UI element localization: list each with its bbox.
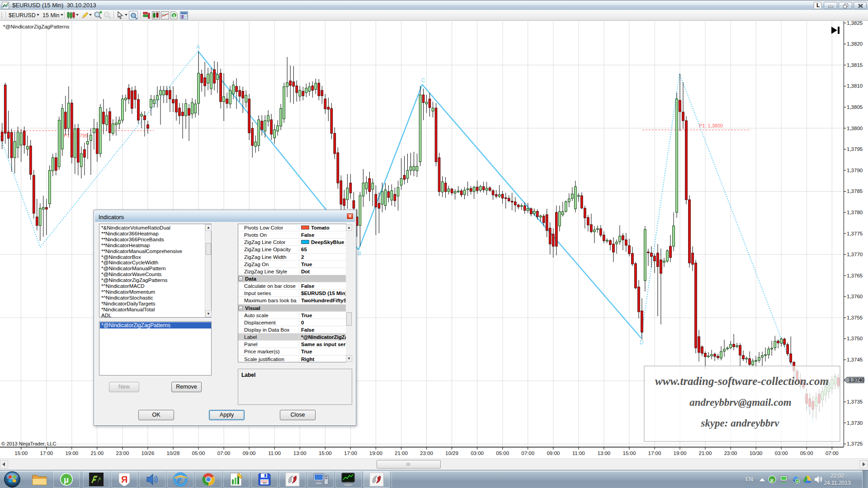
- svg-text:09:00: 09:00: [547, 450, 560, 456]
- svg-text:μ: μ: [64, 475, 69, 484]
- svg-text:1,3785: 1,3785: [847, 188, 863, 194]
- svg-text:skype: andreybbrv: skype: andreybbrv: [700, 418, 779, 429]
- svg-text:1,3810: 1,3810: [847, 83, 863, 89]
- svg-text:C: C: [421, 77, 425, 84]
- svg-text:www.trading-software-collectio: www.trading-software-collection.com: [655, 375, 829, 387]
- svg-text:B: B: [358, 250, 361, 257]
- svg-text:15:00: 15:00: [319, 450, 332, 456]
- svg-text:A: A: [196, 44, 200, 50]
- svg-text:1,3750: 1,3750: [847, 336, 863, 341]
- svg-text:andreybbrv@gmail.com: andreybbrv@gmail.com: [689, 397, 791, 408]
- svg-text:10/30: 10/30: [750, 450, 763, 456]
- svg-text:17:00: 17:00: [344, 450, 357, 456]
- svg-text:15:00: 15:00: [14, 450, 28, 456]
- svg-text:05:00: 05:00: [800, 450, 813, 456]
- svg-text:17:00: 17:00: [40, 450, 53, 456]
- svg-text:13:00: 13:00: [597, 450, 610, 456]
- svg-text:21:00: 21:00: [395, 450, 408, 456]
- svg-text:19:00: 19:00: [369, 450, 382, 456]
- svg-text:23:00: 23:00: [420, 450, 433, 456]
- svg-text:03:00: 03:00: [471, 450, 484, 456]
- svg-text:19:00: 19:00: [674, 450, 687, 456]
- svg-text:07:00: 07:00: [521, 450, 534, 456]
- svg-text:1,3795: 1,3795: [847, 146, 863, 152]
- svg-text:10/28: 10/28: [167, 450, 180, 456]
- svg-text:23:00: 23:00: [724, 450, 737, 456]
- svg-text:1,3775: 1,3775: [847, 231, 863, 236]
- svg-text:1,3725: 1,3725: [847, 441, 863, 446]
- svg-text:1,3820: 1,3820: [847, 41, 863, 47]
- svg-text:1,3805: 1,3805: [847, 104, 863, 110]
- svg-text:11:00: 11:00: [268, 450, 281, 456]
- svg-text:1,3780: 1,3780: [847, 210, 863, 215]
- svg-text:1,3735: 1,3735: [847, 399, 863, 404]
- svg-text:21:00: 21:00: [699, 450, 712, 456]
- svg-text:10/29: 10/29: [445, 450, 458, 456]
- svg-text:1,3740: 1,3740: [849, 377, 864, 383]
- svg-text:17:00: 17:00: [648, 450, 661, 456]
- svg-text:1,3770: 1,3770: [847, 252, 863, 257]
- svg-text:1,3760: 1,3760: [847, 294, 863, 299]
- svg-text:D: D: [640, 339, 644, 346]
- svg-text:1,3755: 1,3755: [847, 315, 863, 320]
- svg-text:07:00: 07:00: [826, 450, 839, 456]
- svg-text:1,3790: 1,3790: [847, 168, 863, 173]
- svg-text:1,3800: 1,3800: [847, 126, 863, 131]
- svg-text:Б4: Б4: [263, 482, 267, 484]
- svg-text:1,3815: 1,3815: [847, 62, 863, 68]
- svg-text:1,3745: 1,3745: [847, 357, 863, 362]
- svg-text:Я: Я: [121, 474, 127, 484]
- svg-text:07:00: 07:00: [217, 450, 231, 456]
- svg-text:05:00: 05:00: [192, 450, 205, 456]
- svg-text:03:00: 03:00: [775, 450, 788, 456]
- svg-text:21:00: 21:00: [90, 450, 104, 456]
- svg-text:23:00: 23:00: [116, 450, 129, 456]
- svg-text:1,3825: 1,3825: [847, 20, 863, 26]
- svg-text:*@NindicatorZigZagPatterns: *@NindicatorZigZagPatterns: [3, 24, 70, 29]
- svg-text:© 2013 NinjaTrader, LLC: © 2013 NinjaTrader, LLC: [1, 441, 56, 446]
- svg-text:19:00: 19:00: [65, 450, 78, 456]
- svg-text:15:00: 15:00: [623, 450, 636, 456]
- svg-text:05:00: 05:00: [496, 450, 509, 456]
- svg-text:$: $: [173, 14, 175, 18]
- svg-text:1,3765: 1,3765: [847, 273, 863, 278]
- svg-text:e: e: [177, 474, 182, 485]
- svg-text:09:00: 09:00: [243, 450, 256, 456]
- svg-text:1,3730: 1,3730: [847, 420, 863, 426]
- svg-text:13:00: 13:00: [293, 450, 307, 456]
- svg-text:P1: 1,3800: P1: 1,3800: [699, 123, 723, 128]
- svg-text:10/26: 10/26: [142, 450, 155, 456]
- svg-text:11:00: 11:00: [572, 450, 585, 456]
- svg-text:μ: μ: [770, 477, 774, 483]
